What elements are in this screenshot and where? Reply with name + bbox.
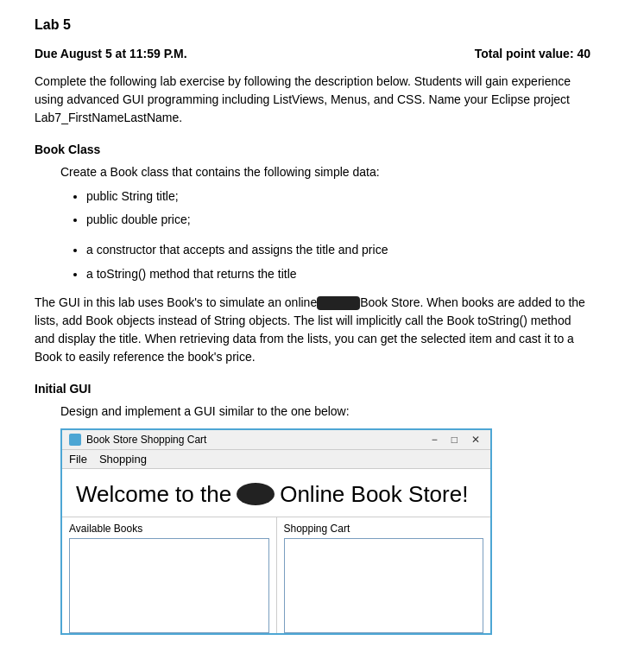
window-menubar: File Shopping: [62, 450, 490, 469]
design-text: Design and implement a GUI similar to th…: [60, 404, 590, 418]
bullet-price: public double price;: [86, 209, 590, 231]
book-class-intro: Create a Book class that contains the fo…: [60, 165, 590, 179]
titlebar-left: Book Store Shopping Cart: [69, 434, 206, 446]
window-title: Book Store Shopping Cart: [86, 434, 206, 446]
available-books-column: Available Books: [62, 517, 277, 633]
available-books-listbox[interactable]: [69, 538, 269, 633]
initial-gui-heading: Initial GUI: [35, 382, 590, 396]
minimize-button[interactable]: −: [428, 434, 441, 446]
book-class-bullets-1: public String title; public double price…: [86, 186, 590, 231]
intro-paragraph: Complete the following lab exercise by f…: [35, 73, 590, 127]
book-class-section: Book Class Create a Book class that cont…: [35, 143, 590, 366]
bullet-title: public String title;: [86, 186, 590, 207]
window-titlebar: Book Store Shopping Cart − □ ✕: [62, 430, 490, 450]
window-welcome-banner: Welcome to the Online Book Store!: [62, 469, 490, 517]
redacted-brand-name: [237, 483, 275, 505]
due-date: Due August 5 at 11:59 P.M.: [35, 47, 187, 60]
menu-shopping[interactable]: Shopping: [99, 453, 147, 466]
close-button[interactable]: ✕: [468, 434, 483, 446]
shopping-cart-column: Shopping Cart: [277, 517, 491, 633]
page-title: Lab 5: [35, 17, 590, 33]
maximize-button[interactable]: □: [448, 434, 461, 446]
book-class-gui-paragraph: The GUI in this lab uses Book's to simul…: [35, 294, 590, 366]
menu-file[interactable]: File: [69, 453, 87, 466]
book-class-bullets-2: a constructor that accepts and assigns t…: [86, 239, 590, 284]
window-mockup: Book Store Shopping Cart − □ ✕ File Shop…: [60, 428, 492, 635]
total-points: Total point value: 40: [475, 47, 590, 60]
titlebar-buttons: − □ ✕: [428, 434, 483, 446]
welcome-text-part1: Welcome to the: [76, 481, 231, 508]
shopping-cart-listbox[interactable]: [284, 538, 484, 633]
redacted-word-1: [317, 296, 360, 310]
bullet-constructor: a constructor that accepts and assigns t…: [86, 239, 590, 261]
due-line: Due August 5 at 11:59 P.M. Total point v…: [35, 47, 590, 60]
window-lists-area: Available Books Shopping Cart: [62, 517, 490, 633]
initial-gui-section: Initial GUI Design and implement a GUI s…: [35, 382, 590, 635]
app-icon: [69, 434, 81, 446]
book-class-heading: Book Class: [35, 143, 590, 156]
bullet-tostring: a toString() method that returns the tit…: [86, 263, 590, 285]
shopping-cart-label: Shopping Cart: [284, 523, 484, 535]
welcome-text-part2: Online Book Store!: [280, 481, 468, 508]
available-books-label: Available Books: [69, 523, 269, 535]
